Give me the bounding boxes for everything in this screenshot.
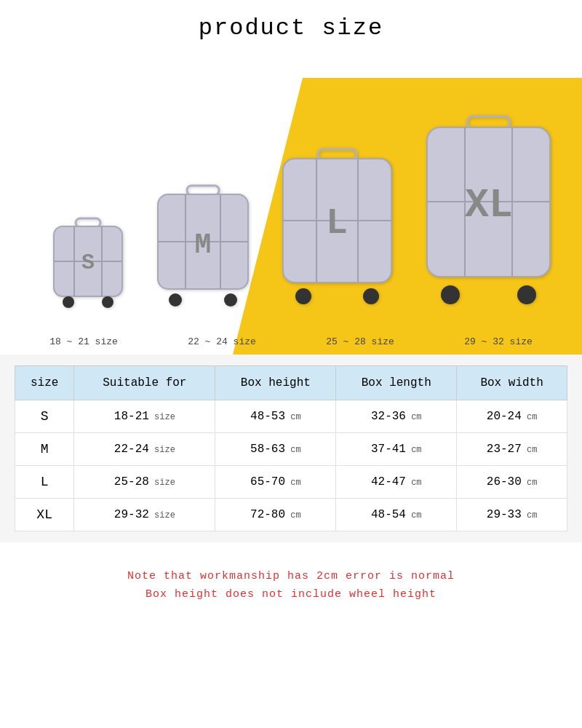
luggage-s: S bbox=[48, 216, 128, 311]
page-title: product size bbox=[0, 0, 582, 49]
col-header-size: size bbox=[15, 366, 74, 400]
cell-suitable-1: 22-24 size bbox=[74, 433, 215, 466]
cell-width-3: 29-33 cm bbox=[457, 499, 567, 531]
cell-width-0: 20-24 cm bbox=[457, 400, 567, 433]
luggage-l: L bbox=[277, 147, 397, 311]
size-label-xl: 29 ~ 32 size bbox=[447, 336, 549, 347]
cell-width-2: 26-30 cm bbox=[457, 466, 567, 499]
size-table-section: size Suitable for Box height Box length … bbox=[0, 355, 582, 542]
table-row: S 18-21 size 48-53 cm 32-36 cm 20-24 cm bbox=[15, 400, 567, 433]
luggage-m: M bbox=[152, 183, 254, 311]
luggages-row: S M bbox=[22, 114, 582, 311]
cell-size-3: XL bbox=[15, 499, 74, 531]
cell-suitable-2: 25-28 size bbox=[74, 466, 215, 499]
cell-suitable-0: 18-21 size bbox=[74, 400, 215, 433]
table-row: L 25-28 size 65-70 cm 42-47 cm 26-30 cm bbox=[15, 466, 567, 499]
svg-text:L: L bbox=[326, 202, 348, 244]
col-header-suitable: Suitable for bbox=[74, 366, 215, 400]
cell-length-3: 48-54 cm bbox=[336, 499, 457, 531]
luggage-xl: XL bbox=[421, 114, 556, 311]
luggage-xl-icon: XL bbox=[421, 114, 556, 311]
cell-size-0: S bbox=[15, 400, 74, 433]
note-2: Box height does not include wheel height bbox=[15, 588, 567, 601]
cell-height-1: 58-63 cm bbox=[215, 433, 336, 466]
svg-point-14 bbox=[169, 293, 182, 306]
cell-length-2: 42-47 cm bbox=[336, 466, 457, 499]
col-header-width: Box width bbox=[457, 366, 567, 400]
cell-length-1: 37-41 cm bbox=[336, 433, 457, 466]
cell-suitable-3: 29-32 size bbox=[74, 499, 215, 531]
cell-size-1: M bbox=[15, 433, 74, 466]
svg-rect-16 bbox=[318, 149, 356, 159]
svg-point-6 bbox=[63, 296, 74, 308]
size-table: size Suitable for Box height Box length … bbox=[15, 365, 567, 531]
luggage-s-icon: S bbox=[48, 216, 128, 311]
notes-section: Note that workmanship has 2cm error is n… bbox=[0, 550, 582, 614]
note-1: Note that workmanship has 2cm error is n… bbox=[15, 570, 567, 582]
svg-point-31 bbox=[517, 285, 536, 304]
table-header-row: size Suitable for Box height Box length … bbox=[15, 366, 567, 400]
cell-height-3: 72-80 cm bbox=[215, 499, 336, 531]
size-label-l: 25 ~ 28 size bbox=[309, 336, 411, 347]
cell-size-2: L bbox=[15, 466, 74, 499]
svg-rect-24 bbox=[467, 116, 510, 128]
svg-point-7 bbox=[102, 296, 113, 308]
svg-point-22 bbox=[295, 288, 311, 304]
svg-point-30 bbox=[441, 285, 460, 304]
luggage-illustration: S M bbox=[0, 49, 582, 355]
size-label-m: 22 ~ 24 size bbox=[171, 336, 273, 347]
size-label-s: 18 ~ 21 size bbox=[33, 336, 135, 347]
svg-point-23 bbox=[363, 288, 379, 304]
size-labels-row: 18 ~ 21 size 22 ~ 24 size 25 ~ 28 size 2… bbox=[0, 336, 582, 347]
table-row: XL 29-32 size 72-80 cm 48-54 cm 29-33 cm bbox=[15, 499, 567, 531]
cell-height-2: 65-70 cm bbox=[215, 466, 336, 499]
svg-text:S: S bbox=[81, 250, 95, 275]
cell-length-0: 32-36 cm bbox=[336, 400, 457, 433]
svg-text:XL: XL bbox=[465, 183, 513, 229]
luggage-m-icon: M bbox=[152, 183, 254, 311]
cell-width-1: 23-27 cm bbox=[457, 433, 567, 466]
svg-text:M: M bbox=[194, 229, 211, 261]
svg-point-15 bbox=[224, 293, 237, 306]
table-row: M 22-24 size 58-63 cm 37-41 cm 23-27 cm bbox=[15, 433, 567, 466]
luggage-l-icon: L bbox=[277, 147, 397, 311]
col-header-length: Box length bbox=[336, 366, 457, 400]
col-header-height: Box height bbox=[215, 366, 336, 400]
cell-height-0: 48-53 cm bbox=[215, 400, 336, 433]
